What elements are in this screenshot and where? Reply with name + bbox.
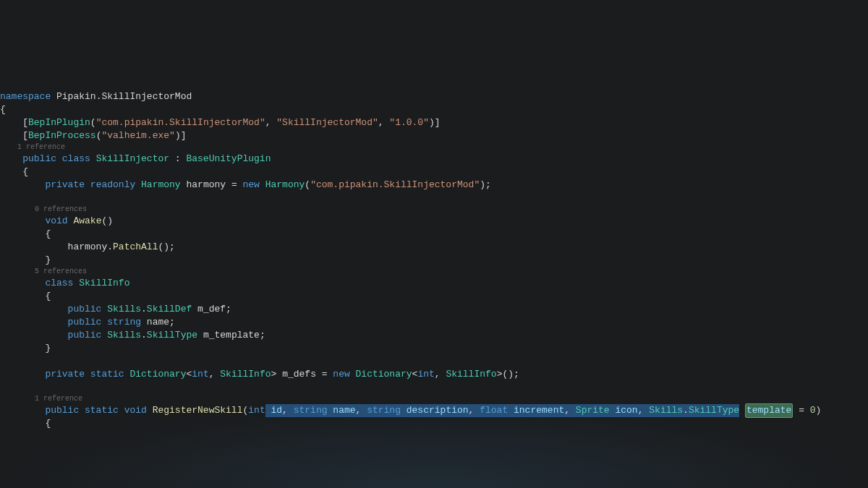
code-line[interactable]: { [0, 290, 868, 303]
code-line[interactable]: harmony.PatchAll(); [0, 241, 868, 254]
code-line[interactable]: { [0, 228, 868, 241]
code-line[interactable]: } [0, 254, 868, 267]
code-line[interactable]: class SkillInfo [0, 277, 868, 290]
code-line[interactable] [0, 381, 868, 394]
codelens-reference-count[interactable]: 1 reference [0, 394, 868, 404]
code-line[interactable]: public Skills.SkillType m_template; [0, 329, 868, 342]
code-line[interactable] [0, 355, 868, 368]
highlighted-symbol: template [745, 403, 793, 418]
code-editor[interactable]: namespace Pipakin.SkillInjectorMod { [Be… [0, 90, 868, 430]
code-line[interactable]: namespace Pipakin.SkillInjectorMod [0, 90, 868, 103]
code-line[interactable]: [BepInPlugin("com.pipakin.SkillInjectorM… [0, 116, 868, 129]
code-line[interactable] [0, 192, 868, 205]
code-line[interactable]: void Awake() [0, 215, 868, 228]
codelens-reference-count[interactable]: 5 references [0, 267, 868, 277]
code-line[interactable]: [BepInProcess("valheim.exe")] [0, 129, 868, 142]
codelens-reference-count[interactable]: 0 references [0, 205, 868, 215]
code-line[interactable]: public class SkillInjector : BaseUnityPl… [0, 153, 868, 166]
selected-text: id, string name, string description, flo… [265, 404, 739, 417]
code-line[interactable]: private readonly Harmony harmony = new H… [0, 179, 868, 192]
code-line[interactable]: public Skills.SkillDef m_def; [0, 303, 868, 316]
code-line[interactable]: private static Dictionary<int, SkillInfo… [0, 368, 868, 381]
code-line[interactable]: { [0, 103, 868, 116]
code-line[interactable]: public static void RegisterNewSkill(int … [0, 404, 868, 417]
code-line[interactable]: { [0, 417, 868, 430]
code-line[interactable]: { [0, 166, 868, 179]
code-line[interactable]: public string name; [0, 316, 868, 329]
codelens-reference-count[interactable]: 1 reference [0, 142, 868, 153]
code-line[interactable]: } [0, 342, 868, 355]
